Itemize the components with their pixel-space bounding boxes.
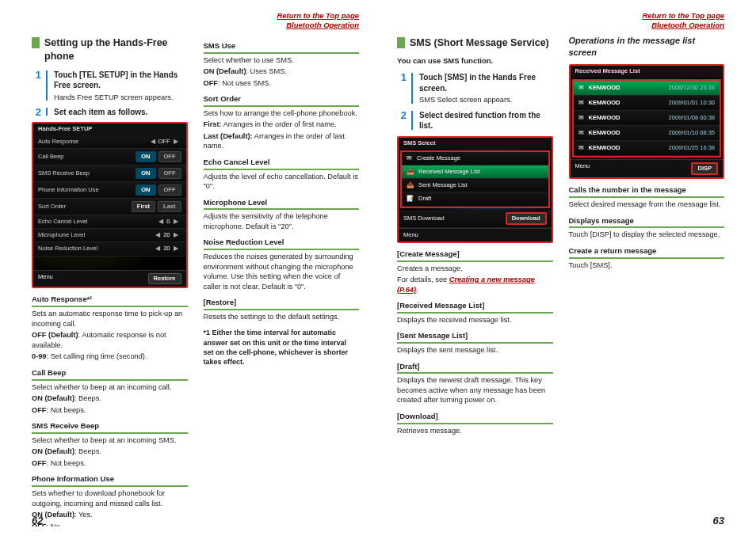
- envelope-icon: ✉: [578, 84, 584, 92]
- item-body: Displays the sent message list.: [397, 345, 553, 355]
- item-heading: SMS Use: [204, 41, 360, 54]
- ss-setting-row: Phone Information UseONOFF: [33, 182, 186, 199]
- header-links: Return to the Top page Bluetooth Operati…: [32, 11, 359, 30]
- item-body: Creates a message.: [397, 264, 553, 273]
- ss-menu-item: ✉Create Message: [402, 152, 548, 165]
- cross-ref-link[interactable]: Creating a new message (P.64): [397, 276, 535, 293]
- item-body: For details, see Creating a new message …: [397, 275, 553, 295]
- envelope-icon: ✉: [407, 154, 412, 162]
- item-body: Sets how to arrange the cell-phone phone…: [204, 108, 360, 118]
- page-number: 63: [713, 514, 724, 528]
- step-2: 2 Select desired function from the list.: [397, 110, 553, 131]
- ss-menu: Menu: [403, 231, 418, 239]
- ss-setting-row: Call BeepONOFF: [33, 149, 186, 165]
- item-heading: Auto Response*¹: [32, 295, 188, 307]
- ss-title: Hands-Free SETUP: [33, 124, 186, 135]
- ss-dl-label: SMS Download: [403, 215, 445, 222]
- step-divider: [411, 73, 413, 103]
- ss-message-row: ✉KENWOOD2009/01/08 00:38: [574, 111, 720, 126]
- item-body: Resets the settings to the default setti…: [204, 312, 360, 321]
- item-heading: [Create Message]: [397, 249, 553, 262]
- item-option: 0-99: Set calling ring time (second).: [32, 352, 188, 361]
- left-col-1: Setting up the Hands-Free phone 1 Touch …: [32, 35, 188, 526]
- step-1: 1 Touch [SMS] in the Hands Free screen. …: [397, 72, 553, 105]
- ss-restore: Restore: [148, 273, 181, 284]
- item-body: Sets an automatic response time to pick-…: [32, 309, 188, 329]
- item-body: Reduces the noises generated by surround…: [204, 252, 360, 291]
- item-body: Displays the received message list.: [397, 315, 553, 325]
- item-heading: [Restore]: [204, 298, 360, 310]
- envelope-icon: 📥: [407, 168, 414, 176]
- section-heading: Setting up the Hands-Free phone: [32, 36, 188, 63]
- envelope-icon: ✉: [578, 99, 584, 107]
- right-col-1: SMS (Short Message Service) You can use …: [397, 35, 553, 526]
- ss-menu-item: 📝Draft: [402, 192, 548, 206]
- item-heading: [Received Message List]: [397, 301, 553, 314]
- item-heading: Calls the number in the message: [569, 185, 725, 198]
- section-heading: SMS (Short Message Service): [397, 36, 553, 50]
- section-link[interactable]: Bluetooth Operation: [286, 21, 359, 29]
- item-body: Displays the newest draft message. This …: [397, 375, 553, 405]
- item-body: Touch [DISP] to display the selected mes…: [569, 230, 725, 239]
- page-62: Return to the Top page Bluetooth Operati…: [0, 0, 378, 536]
- step-number: 1: [397, 72, 407, 105]
- return-link[interactable]: Return to the Top page: [277, 11, 359, 20]
- item-heading: Displays message: [569, 216, 725, 229]
- subsection-heading: Operations in the message list screen: [569, 35, 725, 59]
- item-heading: Microphone Level: [204, 198, 360, 211]
- ss-message-row: ✉KENWOOD2008/12/30 23:16: [574, 81, 720, 96]
- ss-menu-item: 📥Received Message List: [402, 165, 548, 179]
- item-body: Retrieves message.: [397, 426, 553, 435]
- envelope-icon: 📤: [407, 181, 414, 189]
- item-heading: Create a return message: [569, 246, 725, 259]
- item-heading: Call Beep: [32, 368, 188, 381]
- ss-setting-row: SMS Receive BeepONOFF: [33, 165, 186, 182]
- item-option: ON (Default): Beeps.: [32, 447, 188, 456]
- item-body: Sets whether to download phonebook for o…: [32, 488, 188, 508]
- ss-setting-row: Auto Response◀OFF▶: [33, 135, 186, 149]
- envelope-icon: ✉: [578, 129, 584, 137]
- ss-title: SMS Select: [399, 138, 552, 149]
- item-body: Touch [SMS].: [569, 260, 725, 270]
- ss-menu: Menu: [38, 273, 53, 284]
- heading-text: SMS (Short Message Service): [410, 36, 549, 50]
- section-link[interactable]: Bluetooth Operation: [651, 21, 724, 29]
- step-number: 2: [397, 110, 407, 131]
- ss-message-row: ✉KENWOOD2009/01/01 10:30: [574, 96, 720, 111]
- ss-message-row: ✉KENWOOD2009/01/25 16:38: [574, 141, 720, 156]
- heading-marker: [32, 37, 40, 48]
- ss-setting-row: Echo Cancel Level◀0▶: [33, 215, 186, 229]
- heading-text: Setting up the Hands-Free phone: [44, 36, 188, 63]
- item-option: Last (Default): Arranges in the order of…: [204, 131, 360, 151]
- right-col-2: Operations in the message list screen Re…: [569, 35, 725, 526]
- left-col-2: SMS UseSelect whether to use SMS.ON (Def…: [204, 35, 360, 526]
- item-option: ON (Default): Yes.: [32, 510, 188, 519]
- ss-title: Received Message List: [571, 66, 724, 77]
- item-body: Select desired message from the message …: [569, 200, 725, 209]
- handsfree-setup-screenshot: Hands-Free SETUP Auto Response◀OFF▶Call …: [32, 122, 188, 288]
- item-heading: Noise Reduction Level: [204, 238, 360, 250]
- item-heading: SMS Receive Beep: [32, 421, 188, 434]
- page-number: 62: [32, 514, 43, 528]
- item-body: Select whether to use SMS.: [204, 55, 360, 65]
- item-option: ON (Default): Beeps.: [32, 393, 188, 403]
- item-heading: [Sent Message List]: [397, 331, 553, 344]
- envelope-icon: ✉: [578, 114, 584, 122]
- return-link[interactable]: Return to the Top page: [642, 11, 724, 20]
- step-number: 2: [32, 107, 41, 118]
- ss-setting-row: Sort OrderFirstLast: [33, 199, 186, 215]
- item-body: Select whether to beep at an incoming SM…: [32, 435, 188, 445]
- item-body: Adjusts the sensitivity of the telephone…: [204, 211, 360, 231]
- footnote: Either the time interval for automatic a…: [204, 328, 355, 367]
- page-spread: Return to the Top page Bluetooth Operati…: [0, 0, 756, 536]
- item-body: Select whether to beep at an incoming ca…: [32, 382, 188, 392]
- ss-download-button: Download: [506, 212, 547, 225]
- step-text: Touch [TEL SETUP] in the Hands Free scre…: [54, 70, 188, 102]
- item-option: OFF: Not beeps.: [32, 405, 188, 415]
- envelope-icon: ✉: [578, 144, 584, 152]
- step-divider: [46, 70, 48, 101]
- step-text: Touch [SMS] in the Hands Free screen. SM…: [419, 72, 553, 105]
- message-list-screenshot: Received Message List ✉KENWOOD2008/12/30…: [569, 64, 725, 179]
- ss-menu-item: 📤Sent Message List: [402, 179, 548, 192]
- item-heading: [Draft]: [397, 362, 553, 374]
